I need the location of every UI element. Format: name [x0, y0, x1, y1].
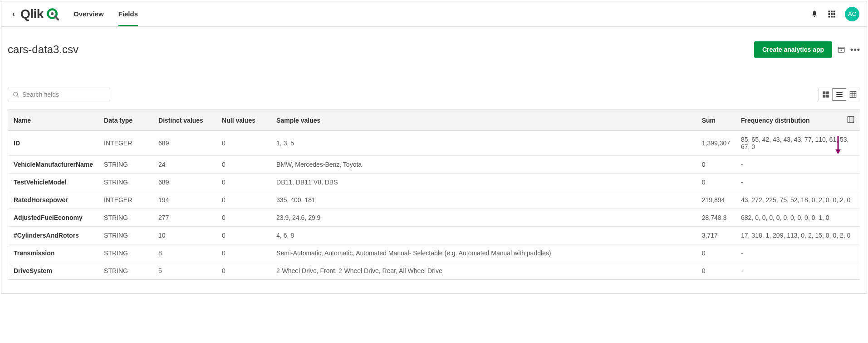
cell-sample: 4, 6, 8 — [271, 227, 696, 244]
cell-null: 0 — [216, 131, 271, 156]
table-row[interactable]: RatedHorsepowerINTEGER1940335, 400, 1812… — [8, 191, 860, 209]
svg-rect-14 — [823, 91, 825, 94]
svg-rect-5 — [829, 13, 830, 15]
cell-sum: 0 — [696, 244, 736, 262]
cell-distinct: 10 — [153, 227, 216, 244]
svg-rect-2 — [829, 10, 830, 12]
cell-null: 0 — [216, 174, 271, 191]
brand-logo[interactable]: Qlik — [20, 7, 59, 21]
column-header-freq[interactable]: Frequency distribution — [736, 110, 842, 131]
cell-data_type: INTEGER — [98, 191, 153, 209]
cell-data_type: STRING — [98, 244, 153, 262]
cell-data_type: STRING — [98, 174, 153, 191]
svg-rect-8 — [829, 15, 830, 17]
cell-sum: 3,717 — [696, 227, 736, 244]
page-title: cars-data3.csv — [8, 43, 78, 56]
column-header-data-type[interactable]: Data type — [98, 110, 153, 131]
cell-name: AdjustedFuelEconomy — [8, 209, 99, 227]
cell-name: ID — [8, 131, 99, 156]
brand-icon — [46, 8, 59, 20]
more-menu-icon[interactable]: ••• — [850, 45, 860, 55]
table-row[interactable]: TestVehicleModelSTRING6890DB11, DB11 V8,… — [8, 174, 860, 191]
search-fields-input[interactable] — [22, 91, 105, 98]
view-toggle-group — [819, 88, 860, 101]
create-analytics-app-button[interactable]: Create analytics app — [754, 41, 832, 58]
topbar-right: AC — [810, 7, 859, 21]
cell-data_type: STRING — [98, 156, 153, 174]
cell-freq: 682, 0, 0, 0, 0, 0, 0, 0, 0, 0, 1, 0 — [736, 209, 860, 227]
column-header-sum[interactable]: Sum — [696, 110, 736, 131]
tab-fields[interactable]: Fields — [118, 1, 138, 26]
cell-name: DriveSystem — [8, 262, 99, 280]
apps-grid-icon[interactable] — [828, 10, 836, 18]
cell-null: 0 — [216, 227, 271, 244]
add-to-sheet-icon[interactable] — [837, 45, 846, 54]
cell-null: 0 — [216, 244, 271, 262]
view-data-button[interactable] — [846, 88, 860, 101]
table-row[interactable]: TransmissionSTRING80Semi-Automatic, Auto… — [8, 244, 860, 262]
user-avatar[interactable]: AC — [845, 7, 859, 21]
tile-view-icon — [822, 91, 829, 98]
cell-freq: - — [736, 174, 860, 191]
table-row[interactable]: VehicleManufacturerNameSTRING240BMW, Mer… — [8, 156, 860, 174]
cell-distinct: 194 — [153, 191, 216, 209]
page-content: cars-data3.csv Create analytics app ••• — [1, 27, 867, 293]
table-row[interactable]: AdjustedFuelEconomySTRING277023.9, 24.6,… — [8, 209, 860, 227]
view-tile-button[interactable] — [819, 88, 833, 101]
cell-sum: 0 — [696, 156, 736, 174]
toolbar — [1, 67, 867, 109]
tab-overview[interactable]: Overview — [74, 1, 104, 26]
cell-sample: 2-Wheel Drive, Front, 2-Wheel Drive, Rea… — [271, 262, 696, 280]
search-icon — [13, 91, 20, 98]
view-list-button[interactable] — [833, 88, 846, 101]
cell-freq: 43, 272, 225, 75, 52, 18, 0, 2, 0, 0, 2,… — [736, 191, 860, 209]
cell-sample: Semi-Automatic, Automatic, Automated Man… — [271, 244, 696, 262]
svg-rect-15 — [826, 91, 829, 94]
cell-sample: 23.9, 24.6, 29.9 — [271, 209, 696, 227]
cell-sum: 219,894 — [696, 191, 736, 209]
svg-rect-17 — [826, 95, 829, 98]
cell-sum: 28,748.3 — [696, 209, 736, 227]
table-row[interactable]: #CylindersAndRotorsSTRING1004, 6, 83,717… — [8, 227, 860, 244]
table-header-row: Name Data type Distinct values Null valu… — [8, 110, 860, 131]
table-row[interactable]: IDINTEGER68901, 3, 51,399,30785, 65, 42,… — [8, 131, 860, 156]
svg-point-1 — [51, 12, 54, 15]
cell-distinct: 8 — [153, 244, 216, 262]
cell-freq: 17, 318, 1, 209, 113, 0, 2, 15, 0, 0, 2,… — [736, 227, 860, 244]
cell-distinct: 689 — [153, 131, 216, 156]
cell-sample: 335, 400, 181 — [271, 191, 696, 209]
page-header: cars-data3.csv Create analytics app ••• — [1, 27, 867, 67]
cell-sum: 0 — [696, 174, 736, 191]
column-header-name[interactable]: Name — [8, 110, 99, 131]
column-header-sample[interactable]: Sample values — [271, 110, 696, 131]
cell-sum: 1,399,307 — [696, 131, 736, 156]
svg-rect-9 — [831, 15, 833, 17]
svg-rect-3 — [831, 10, 833, 12]
fields-table-wrap: Name Data type Distinct values Null valu… — [1, 109, 867, 293]
notifications-icon[interactable] — [810, 10, 819, 18]
cell-name: RatedHorsepower — [8, 191, 99, 209]
cell-data_type: STRING — [98, 209, 153, 227]
svg-point-13 — [14, 92, 18, 96]
svg-rect-4 — [834, 10, 835, 12]
svg-rect-18 — [836, 92, 842, 93]
data-view-icon — [849, 91, 857, 98]
top-navigation: ‹ Qlik Overview Fields AC — [1, 1, 867, 27]
cell-distinct: 277 — [153, 209, 216, 227]
column-header-distinct[interactable]: Distinct values — [153, 110, 216, 131]
back-button[interactable]: ‹ — [9, 7, 19, 20]
search-fields-container[interactable] — [8, 88, 110, 101]
svg-rect-21 — [850, 91, 856, 97]
cell-freq: - — [736, 244, 860, 262]
fields-table: Name Data type Distinct values Null valu… — [8, 109, 860, 280]
nav-tabs: Overview Fields — [74, 1, 138, 26]
cell-sum: 0 — [696, 262, 736, 280]
table-row[interactable]: DriveSystemSTRING502-Wheel Drive, Front,… — [8, 262, 860, 280]
svg-rect-16 — [823, 95, 825, 98]
cell-name: VehicleManufacturerName — [8, 156, 99, 174]
cell-null: 0 — [216, 191, 271, 209]
column-settings-button[interactable] — [842, 110, 860, 131]
svg-rect-19 — [836, 94, 842, 95]
column-header-null[interactable]: Null values — [216, 110, 271, 131]
cell-name: Transmission — [8, 244, 99, 262]
